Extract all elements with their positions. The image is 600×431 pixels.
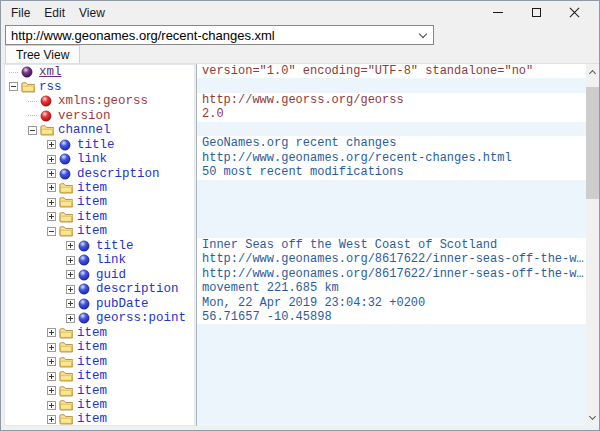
tree-node-row: guid [5,268,194,282]
declaration-ball-icon [21,66,35,79]
expand-plus-toggle[interactable] [47,212,56,221]
value-cell[interactable] [197,324,586,338]
expand-plus-toggle[interactable] [47,343,56,352]
tab-tree-view[interactable]: Tree View [5,45,80,63]
expand-plus-toggle[interactable] [47,140,56,149]
collapse-minus-toggle[interactable] [28,126,37,135]
close-button[interactable] [555,1,593,24]
maximize-button[interactable] [517,1,555,24]
tree-node-label[interactable]: rss [39,80,62,94]
expand-plus-toggle[interactable] [47,386,56,395]
value-cell[interactable] [197,339,586,353]
tree-node-label[interactable]: item [77,355,107,369]
value-cell[interactable] [197,122,586,136]
tree-node-label[interactable]: pubDate [96,297,149,311]
value-cell[interactable] [197,180,586,194]
tree-node-label[interactable]: version [58,109,111,123]
address-dropdown-button[interactable] [413,26,433,44]
tab-strip: Tree View [5,45,80,63]
attribute-ball-icon [40,109,54,122]
value-cell[interactable]: GeoNames.org recent changes [197,136,586,150]
collapse-minus-toggle[interactable] [47,227,56,236]
tree-node-label[interactable]: channel [58,123,111,137]
value-cell[interactable]: Inner Seas off the West Coast of Scotlan… [197,238,586,252]
folder-icon [59,355,73,368]
collapse-minus-toggle[interactable] [9,82,18,91]
value-cell[interactable] [197,209,586,223]
minimize-button[interactable] [479,1,517,24]
expand-plus-toggle[interactable] [47,415,56,424]
element-ball-icon [78,312,92,325]
value-cell[interactable] [197,194,586,208]
tree-node-row: description [5,282,194,296]
expand-plus-toggle[interactable] [66,285,75,294]
expand-plus-toggle[interactable] [66,270,75,279]
address-input[interactable] [6,26,413,44]
tree-node-label[interactable]: item [77,181,107,195]
scrollbar-thumb[interactable] [586,87,599,199]
value-cell[interactable] [197,368,586,382]
chevron-up-icon [589,70,596,77]
tree-node-label[interactable]: item [77,195,107,209]
tree-node-row: item [5,181,194,195]
value-cell[interactable]: http://www.geonames.org/recent-changes.h… [197,151,586,165]
expand-plus-toggle[interactable] [47,401,56,410]
value-cell[interactable] [197,78,586,92]
value-cell[interactable]: http://www.geonames.org/8617622/inner-se… [197,252,586,266]
tree-node-label[interactable]: description [96,282,179,296]
value-cell[interactable]: 2.0 [197,107,586,121]
tree-node-label[interactable]: description [77,167,160,181]
tree-node-label[interactable]: item [77,369,107,383]
expand-plus-toggle[interactable] [66,241,75,250]
value-cell[interactable]: 50 most recent modifications [197,165,586,179]
value-cell[interactable]: 56.71657 -10.45898 [197,310,586,324]
value-cell[interactable] [197,382,586,396]
value-cell[interactable] [197,223,586,237]
expand-plus-toggle[interactable] [47,357,56,366]
tree-node-row: rss [5,79,194,93]
tree-node-label[interactable]: item [77,384,107,398]
expand-plus-toggle[interactable] [47,183,56,192]
tree-node-label[interactable]: georss:point [96,311,186,325]
expand-plus-toggle[interactable] [47,372,56,381]
tree-node-label[interactable]: xml [39,65,62,79]
expand-plus-toggle[interactable] [47,328,56,337]
tree-node-label[interactable]: title [96,239,134,253]
vertical-scrollbar[interactable] [586,64,599,426]
folder-icon [59,384,73,397]
expand-plus-toggle[interactable] [66,299,75,308]
tree-node-label[interactable]: title [77,138,115,152]
value-cell[interactable]: http://www.geonames.org/8617622/inner-se… [197,267,586,281]
tree-node-label[interactable]: item [77,224,107,238]
value-cell[interactable]: movement 221.685 km [197,281,586,295]
value-cell[interactable] [197,397,586,411]
value-cell[interactable] [197,411,586,425]
menu-bar: File Edit View [2,2,459,23]
tree-node-label[interactable]: item [77,210,107,224]
scrollbar-down-button[interactable] [586,410,599,426]
tree-node-label[interactable]: item [77,412,107,426]
expand-plus-toggle[interactable] [66,314,75,323]
value-cell[interactable]: http://www.georss.org/georss [197,93,586,107]
menu-edit[interactable]: Edit [37,4,72,22]
tree-node-row: link [5,253,194,267]
element-ball-icon [59,167,73,180]
minimize-icon [493,12,503,13]
tree-node-label[interactable]: link [96,253,126,267]
tree-node-label[interactable]: item [77,326,107,340]
tree-node-label[interactable]: link [77,152,107,166]
tree-node-label[interactable]: xmlns:georss [58,94,148,108]
menu-file[interactable]: File [4,4,37,22]
expand-plus-toggle[interactable] [66,256,75,265]
tree-node-label[interactable]: item [77,398,107,412]
expand-plus-toggle[interactable] [47,155,56,164]
expand-plus-toggle[interactable] [47,198,56,207]
value-cell[interactable] [197,353,586,367]
value-cell[interactable]: version="1.0" encoding="UTF-8" standalon… [197,64,586,78]
expand-plus-toggle[interactable] [47,169,56,178]
tree-node-label[interactable]: guid [96,268,126,282]
tree-node-label[interactable]: item [77,340,107,354]
scrollbar-up-button[interactable] [586,64,599,80]
value-cell[interactable]: Mon, 22 Apr 2019 23:04:32 +0200 [197,296,586,310]
menu-view[interactable]: View [72,4,112,22]
